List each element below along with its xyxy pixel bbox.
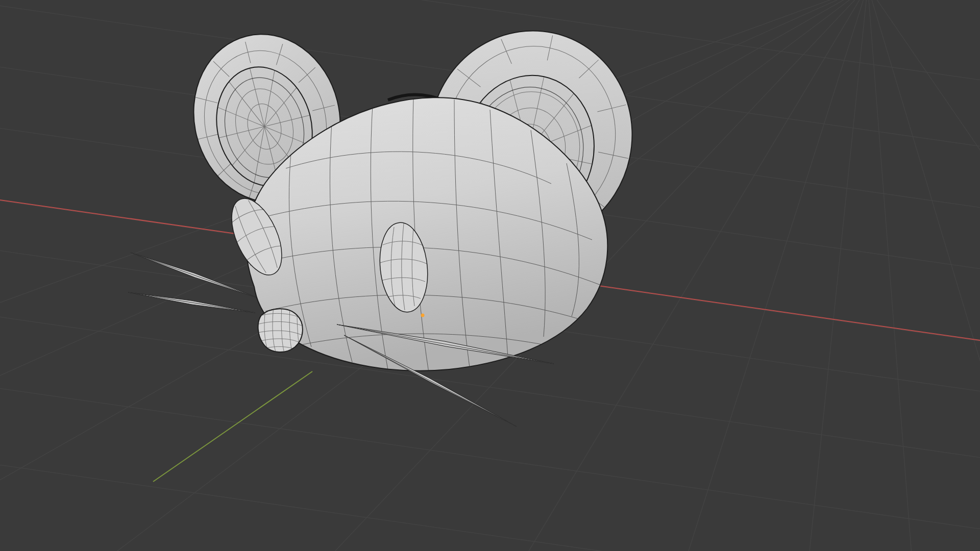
viewport-canvas [0,0,980,551]
object-origin-dot [421,314,425,317]
3d-viewport[interactable] [0,0,980,551]
